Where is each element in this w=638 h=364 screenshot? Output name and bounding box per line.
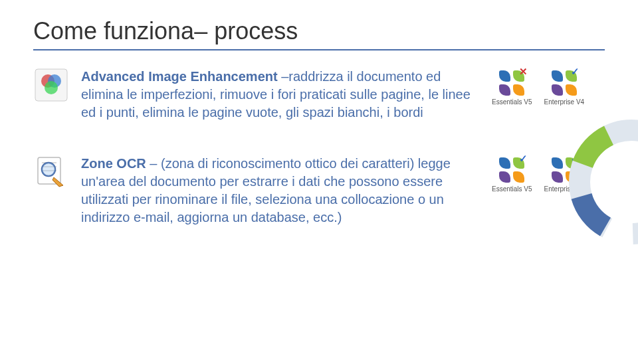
badge-essentials: ✕ Essentials V5 — [492, 69, 532, 106]
feature-text: Advanced Image Enhancement –raddrizza il… — [69, 68, 492, 122]
badge-group: ✕ Essentials V5 ✓ Enterprise V4 — [492, 68, 605, 106]
pinwheel-icon: ✓ — [550, 69, 578, 97]
cross-icon: ✕ — [518, 66, 528, 77]
venn-icon — [33, 68, 69, 102]
slide-title: Come funziona– process — [33, 17, 605, 50]
badge-essentials: ✓ Essentials V5 — [492, 156, 532, 193]
badge-label: Enterprise V4 — [544, 98, 585, 106]
feature-text: Zone OCR – (zona di riconoscimento ottic… — [69, 155, 492, 227]
pinwheel-icon: ✕ — [498, 69, 526, 97]
badge-enterprise: ✓ Enterprise V4 — [544, 69, 585, 106]
feature-heading: Advanced Image Enhancement — [81, 69, 278, 84]
pinwheel-icon: ✓ — [498, 156, 526, 184]
feature-heading: Zone OCR — [81, 156, 146, 171]
decorative-circle-icon — [565, 116, 638, 248]
feature-row: Advanced Image Enhancement –raddrizza il… — [33, 68, 605, 122]
svg-point-3 — [45, 81, 58, 94]
feature-row: Zone OCR – (zona di riconoscimento ottic… — [33, 155, 605, 227]
badge-label: Essentials V5 — [492, 98, 532, 106]
check-icon: ✓ — [570, 66, 581, 77]
check-icon: ✓ — [518, 153, 528, 164]
badge-label: Essentials V5 — [492, 185, 532, 193]
ocr-icon — [33, 155, 69, 189]
svg-point-9 — [42, 163, 55, 176]
